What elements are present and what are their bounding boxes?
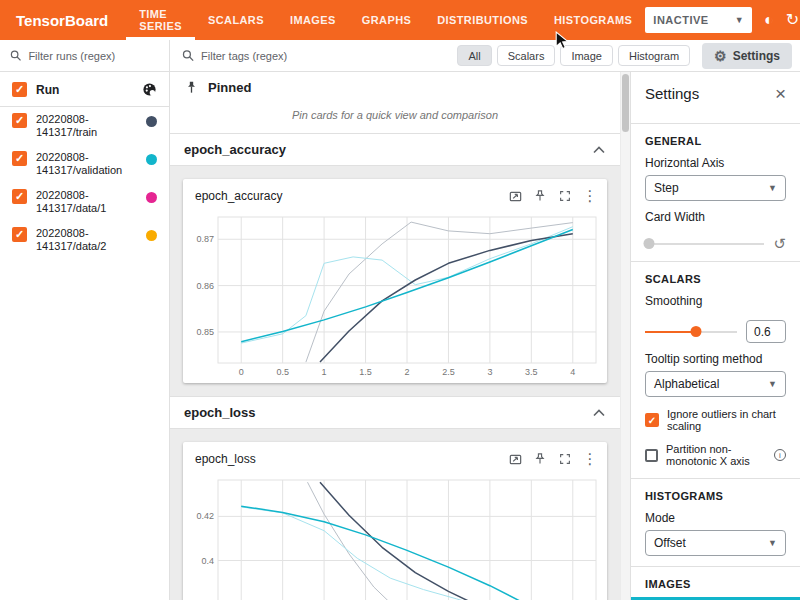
settings-section-images: IMAGES — [645, 578, 786, 590]
card-region: epoch_accuracy — [170, 166, 620, 396]
pin-card-icon[interactable] — [529, 186, 551, 206]
gear-icon: ⚙ — [714, 48, 727, 64]
pin-card-icon[interactable] — [529, 449, 551, 469]
tooltip-sorting-select[interactable]: Alphabetical ▼ — [645, 371, 786, 397]
svg-text:4: 4 — [570, 367, 575, 377]
reload-status-value: INACTIVE — [653, 14, 708, 26]
run-row-data-1[interactable]: 20220808-141317/data/1 — [0, 183, 169, 221]
fullscreen-icon[interactable] — [554, 186, 576, 206]
svg-text:0.87: 0.87 — [196, 234, 214, 244]
slider-thumb[interactable] — [690, 326, 701, 337]
ignore-outliers-checkbox[interactable] — [645, 413, 659, 427]
settings-section-histograms: HISTOGRAMS — [645, 490, 786, 502]
svg-text:2: 2 — [404, 367, 409, 377]
fit-domain-icon[interactable] — [504, 186, 526, 206]
run-checkbox[interactable] — [12, 113, 27, 128]
reset-icon[interactable]: ↺ — [773, 236, 786, 251]
search-icon — [10, 49, 21, 62]
runs-column-header: Run — [0, 72, 169, 107]
palette-icon — [142, 82, 157, 97]
run-name: 20220808-141317/data/2 — [36, 227, 137, 253]
filter-chip-image[interactable]: Image — [560, 45, 613, 66]
main-nav: TIME SERIES SCALARS IMAGES GRAPHS DISTRI… — [126, 0, 645, 40]
run-checkbox[interactable] — [12, 151, 27, 166]
section-header-epoch-loss[interactable]: epoch_loss — [170, 396, 620, 429]
header-actions: INACTIVE ▼ ◐ ↻ ⚙ ? — [645, 0, 800, 40]
run-name: 20220808-141317/data/1 — [36, 189, 137, 215]
section-header-epoch-accuracy[interactable]: epoch_accuracy — [170, 133, 620, 166]
chevron-up-icon[interactable] — [592, 145, 606, 155]
run-row-validation[interactable]: 20220808-141317/validation — [0, 145, 169, 183]
smoothing-slider[interactable] — [645, 331, 737, 333]
pin-icon — [184, 80, 199, 95]
more-options-icon[interactable]: ⋮ — [579, 186, 601, 206]
svg-text:0.4: 0.4 — [201, 556, 214, 566]
tooltip-sorting-label: Tooltip sorting method — [645, 352, 786, 366]
run-checkbox[interactable] — [12, 227, 27, 242]
run-color-dot[interactable] — [146, 154, 157, 165]
chevron-down-icon: ▼ — [768, 183, 777, 193]
epoch-accuracy-chart[interactable]: 00.511.522.533.540.850.860.87 — [184, 211, 606, 379]
section-title: epoch_accuracy — [184, 142, 286, 157]
settings-button-label: Settings — [733, 49, 780, 63]
run-color-dot[interactable] — [146, 230, 157, 241]
svg-text:0.85: 0.85 — [196, 327, 214, 337]
run-row-train[interactable]: 20220808-141317/train — [0, 107, 169, 145]
card-title: epoch_accuracy — [195, 189, 504, 203]
partition-x-axis-checkbox[interactable] — [645, 449, 658, 462]
tab-scalars[interactable]: SCALARS — [195, 0, 277, 40]
card-width-slider[interactable] — [645, 243, 764, 245]
runs-column-label: Run — [36, 83, 59, 97]
chevron-up-icon[interactable] — [592, 408, 606, 418]
svg-text:3: 3 — [487, 367, 492, 377]
tab-time-series[interactable]: TIME SERIES — [126, 0, 195, 40]
epoch-loss-chart[interactable]: 00.511.522.533.540.360.380.40.42 — [184, 474, 606, 600]
run-checkbox[interactable] — [12, 189, 27, 204]
info-icon[interactable]: i — [774, 449, 786, 461]
horizontal-axis-select[interactable]: Step ▼ — [645, 175, 786, 201]
divider — [631, 566, 800, 567]
filter-chip-all[interactable]: All — [457, 45, 491, 66]
main-scrollbar[interactable] — [620, 72, 630, 600]
svg-text:0.86: 0.86 — [196, 281, 214, 291]
run-row-data-2[interactable]: 20220808-141317/data/2 — [0, 221, 169, 259]
smoothing-value-input[interactable]: 0.6 — [746, 320, 786, 343]
ignore-outliers-label: Ignore outliers in chart scaling — [667, 408, 786, 432]
theme-toggle-icon[interactable]: ◐ — [764, 12, 774, 28]
tab-distributions[interactable]: DISTRIBUTIONS — [424, 0, 541, 40]
card-region: epoch_loss — [170, 429, 620, 600]
settings-section-scalars: SCALARS — [645, 273, 786, 285]
divider — [631, 478, 800, 479]
runs-filter-input[interactable] — [28, 50, 159, 62]
horizontal-axis-label: Horizontal Axis — [645, 156, 786, 170]
scrollbar-thumb[interactable] — [622, 74, 629, 132]
close-icon[interactable]: × — [775, 84, 786, 103]
svg-text:1: 1 — [322, 367, 327, 377]
histogram-mode-label: Mode — [645, 511, 786, 525]
tab-graphs[interactable]: GRAPHS — [349, 0, 424, 40]
filter-chip-histogram[interactable]: Histogram — [618, 45, 690, 66]
run-color-dot[interactable] — [146, 192, 157, 203]
tags-filter-input[interactable] — [201, 50, 452, 62]
fullscreen-icon[interactable] — [554, 449, 576, 469]
app-header: TensorBoard TIME SERIES SCALARS IMAGES G… — [0, 0, 800, 40]
histogram-mode-select[interactable]: Offset ▼ — [645, 530, 786, 556]
dashboard: Pinned Pin cards for a quick view and co… — [170, 72, 620, 600]
select-all-runs-checkbox[interactable] — [12, 82, 27, 97]
histogram-mode-value: Offset — [654, 536, 686, 550]
fit-domain-icon[interactable] — [504, 449, 526, 469]
filter-chip-scalars[interactable]: Scalars — [497, 45, 556, 66]
more-options-icon[interactable]: ⋮ — [579, 449, 601, 469]
smoothing-label: Smoothing — [645, 294, 786, 308]
reload-status-select[interactable]: INACTIVE ▼ — [645, 7, 752, 33]
slider-thumb[interactable] — [643, 238, 654, 249]
settings-button[interactable]: ⚙ Settings — [702, 43, 792, 69]
pinned-empty-hint: Pin cards for a quick view and compariso… — [170, 103, 620, 133]
run-color-dot[interactable] — [146, 116, 157, 127]
run-name: 20220808-141317/train — [36, 113, 137, 139]
partition-x-axis-label: Partition non-monotonic X axis — [666, 443, 766, 467]
tab-histograms[interactable]: HISTOGRAMS — [541, 0, 645, 40]
refresh-icon[interactable]: ↻ — [786, 12, 799, 28]
settings-panel-title: Settings — [645, 85, 699, 102]
tab-images[interactable]: IMAGES — [277, 0, 349, 40]
